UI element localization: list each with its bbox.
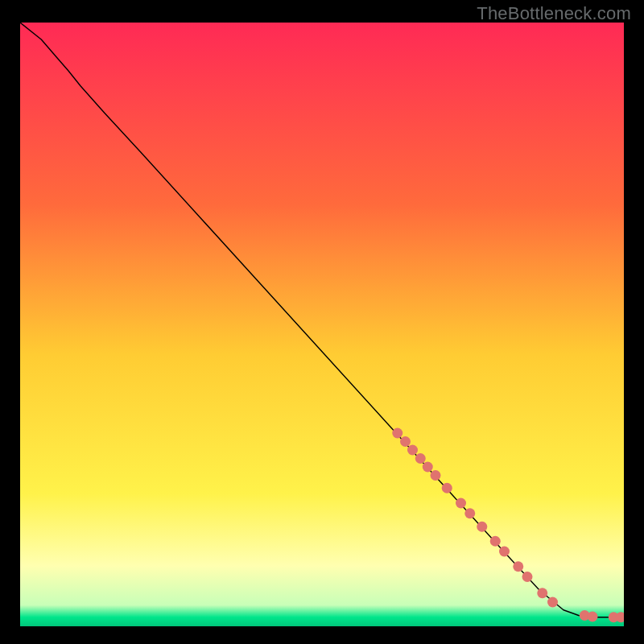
data-marker (464, 508, 475, 518)
data-marker (456, 498, 466, 509)
data-marker (547, 597, 558, 608)
data-marker (537, 588, 547, 598)
data-marker (499, 547, 510, 557)
data-marker (522, 572, 533, 582)
data-marker (490, 536, 501, 547)
chart-stage: TheBottleneck.com (0, 0, 644, 644)
watermark-text: TheBottleneck.com (477, 3, 631, 24)
plot-area (20, 23, 624, 626)
data-marker (431, 470, 441, 481)
data-marker (477, 522, 487, 532)
data-marker (513, 561, 523, 572)
chart-svg (20, 23, 624, 626)
data-marker (442, 483, 452, 493)
data-marker (400, 436, 411, 447)
data-marker (588, 612, 598, 622)
data-marker (415, 453, 426, 464)
chart-background (20, 23, 624, 626)
data-marker (423, 462, 433, 473)
data-marker (407, 445, 418, 456)
data-marker (392, 428, 402, 439)
